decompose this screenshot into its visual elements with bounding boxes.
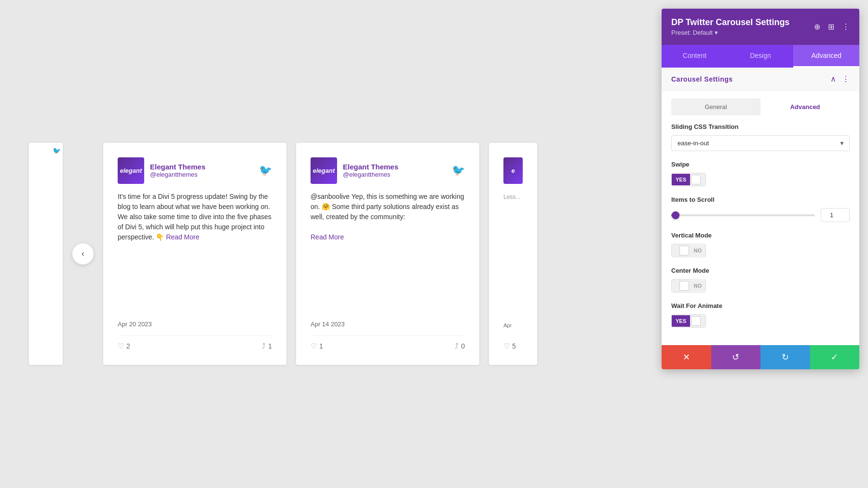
redo-button[interactable]: ↻: [760, 345, 810, 369]
wait-for-animate-label: Wait For Animate: [671, 302, 850, 309]
sliding-transition-label: Sliding CSS Transition: [671, 123, 850, 130]
tweet-actions-2: ♡ 1 ⤴ 0: [311, 335, 465, 350]
share-count-1: 1: [268, 342, 272, 350]
items-to-scroll-slider-track[interactable]: [671, 214, 815, 216]
panel-header-icons: ⊕ ⊞ ⋮: [814, 22, 850, 31]
tab-advanced[interactable]: Advanced: [793, 45, 859, 68]
vertical-mode-thumb: [679, 246, 689, 255]
partial-card-left: 🐦: [29, 143, 63, 365]
avatar-image-3: e: [503, 157, 523, 184]
items-to-scroll-input[interactable]: [821, 208, 850, 222]
setting-swipe: Swipe YES: [671, 161, 850, 186]
user-handle-1: @elegantthemes: [150, 171, 205, 178]
tab-content[interactable]: Content: [662, 45, 728, 68]
avatar-2: elegant: [311, 157, 337, 184]
tweet-date-2: Apr 14 2023: [311, 321, 465, 328]
center-mode-label: Center Mode: [671, 267, 850, 274]
panel-footer: ✕ ↺ ↻ ✓: [662, 345, 859, 369]
center-mode-thumb: [679, 281, 689, 291]
likes-group-2: ♡ 1: [311, 342, 323, 350]
grid-icon[interactable]: ⊞: [828, 22, 834, 31]
avatar-image-1: elegant: [118, 157, 144, 184]
section-controls: ∧ ⋮: [830, 74, 850, 84]
setting-items-to-scroll: Items to Scroll: [671, 196, 850, 222]
tweet-header-1: elegant Elegant Themes @elegantthemes 🐦: [118, 157, 272, 184]
twitter-icon-1: 🐦: [259, 164, 272, 177]
settings-content: Sliding CSS Transition ease-in-out ease …: [662, 115, 859, 345]
more-options-icon[interactable]: ⋮: [842, 22, 850, 31]
section-header: Carousel Settings ∧ ⋮: [662, 68, 859, 91]
read-more-1[interactable]: Read More: [166, 233, 199, 241]
swipe-toggle-track[interactable]: [690, 173, 705, 186]
avatar-image-2: elegant: [311, 157, 337, 184]
setting-sliding-transition: Sliding CSS Transition ease-in-out ease …: [671, 123, 850, 151]
user-name-2: Elegant Themes: [343, 163, 398, 171]
vertical-mode-toggle[interactable]: NO: [671, 244, 706, 257]
avatar-3: e: [503, 157, 523, 184]
sliding-transition-select-wrapper: ease-in-out ease ease-in ease-out linear…: [671, 135, 850, 151]
panel-title-group: DP Twitter Carousel Settings Preset: Def…: [671, 17, 789, 36]
heart-icon-3: ♡: [503, 342, 510, 350]
shares-group-1: ⤴ 1: [262, 342, 272, 350]
wait-for-animate-toggle-yes[interactable]: YES: [672, 315, 690, 327]
vertical-mode-label: Vertical Mode: [671, 232, 850, 239]
swipe-toggle-thumb: [691, 175, 701, 184]
main-canvas: 🐦 ‹ elegant Elegant Themes @eleganttheme…: [0, 0, 868, 488]
sub-tab-advanced[interactable]: Advanced: [760, 98, 850, 115]
wait-for-animate-toggle[interactable]: YES: [671, 314, 706, 328]
center-mode-track[interactable]: [672, 279, 690, 292]
sliding-transition-select[interactable]: ease-in-out ease ease-in ease-out linear: [671, 135, 850, 151]
settings-panel: DP Twitter Carousel Settings Preset: Def…: [662, 9, 859, 369]
section-more-icon[interactable]: ⋮: [842, 74, 850, 84]
twitter-icon-2: 🐦: [452, 164, 465, 177]
like-count-1: 2: [126, 342, 130, 350]
center-mode-toggle[interactable]: NO: [671, 279, 706, 293]
tweet-header-3: e: [503, 157, 523, 184]
tweet-card-1: elegant Elegant Themes @elegantthemes 🐦 …: [103, 143, 286, 365]
share-icon-1: ⤴: [262, 342, 266, 350]
user-info-2: Elegant Themes @elegantthemes: [343, 163, 398, 178]
swipe-label: Swipe: [671, 161, 850, 168]
section-title: Carousel Settings: [671, 75, 733, 83]
likes-group-1: ♡ 2: [118, 342, 130, 350]
tweet-user-2: elegant Elegant Themes @elegantthemes: [311, 157, 398, 184]
swipe-toggle-yes[interactable]: YES: [672, 174, 690, 185]
tweet-header-2: elegant Elegant Themes @elegantthemes 🐦: [311, 157, 465, 184]
tweet-card-2: elegant Elegant Themes @elegantthemes 🐦 …: [296, 143, 479, 365]
shares-group-2: ⤴ 0: [455, 342, 465, 350]
user-name-1: Elegant Themes: [150, 163, 205, 171]
carousel-wrapper: 🐦 ‹ elegant Elegant Themes @eleganttheme…: [29, 143, 537, 365]
tweet-body-3: Less...: [503, 192, 523, 311]
center-mode-toggle-no[interactable]: NO: [690, 280, 706, 292]
responsive-icon[interactable]: ⊕: [814, 22, 820, 31]
wait-for-animate-track[interactable]: [690, 315, 705, 327]
panel-preset[interactable]: Preset: Default ▾: [671, 29, 789, 36]
swipe-toggle[interactable]: YES: [671, 173, 706, 186]
setting-vertical-mode: Vertical Mode NO: [671, 232, 850, 257]
tweet-user-1: elegant Elegant Themes @elegantthemes: [118, 157, 205, 184]
panel-tabs: Content Design Advanced: [662, 45, 859, 68]
items-to-scroll-slider-thumb[interactable]: [672, 211, 679, 219]
tab-design[interactable]: Design: [728, 45, 794, 68]
carousel-prev-button[interactable]: ‹: [72, 243, 94, 265]
panel-header: DP Twitter Carousel Settings Preset: Def…: [662, 9, 859, 45]
undo-button[interactable]: ↺: [711, 345, 761, 369]
tweet-actions-1: ♡ 2 ⤴ 1: [118, 335, 272, 350]
panel-title: DP Twitter Carousel Settings: [671, 17, 789, 28]
tweet-card-3-partial: e Less... Apr ♡ 5: [489, 143, 537, 365]
cancel-button[interactable]: ✕: [662, 345, 711, 369]
likes-group-3: ♡ 5: [503, 342, 523, 350]
vertical-mode-toggle-no[interactable]: NO: [690, 245, 706, 256]
save-button[interactable]: ✓: [810, 345, 860, 369]
setting-wait-for-animate: Wait For Animate YES: [671, 302, 850, 328]
avatar-1: elegant: [118, 157, 144, 184]
tweet-date-1: Apr 20 2023: [118, 321, 272, 328]
sub-tab-general[interactable]: General: [671, 98, 760, 115]
tweet-body-1: It's time for a Divi 5 progress update! …: [118, 192, 272, 309]
tweet-date-3: Apr: [503, 322, 523, 328]
partial-twitter-icon: 🐦: [53, 147, 61, 154]
vertical-mode-track[interactable]: [672, 244, 690, 257]
read-more-2[interactable]: Read More: [311, 233, 344, 241]
section-collapse-icon[interactable]: ∧: [830, 74, 836, 84]
sub-tabs: General Advanced: [671, 98, 850, 115]
